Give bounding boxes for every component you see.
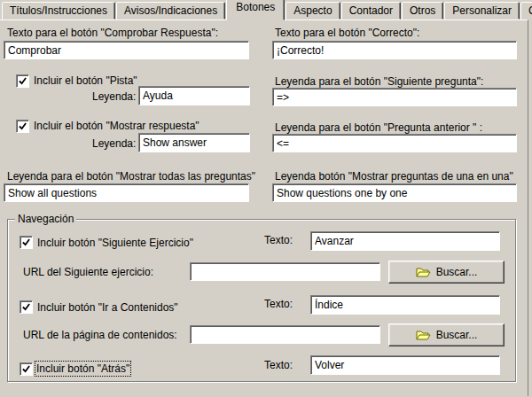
tab-aspecto[interactable]: Aspecto	[286, 2, 340, 19]
tab-otros[interactable]: Otros	[402, 2, 443, 19]
tab-botones[interactable]: Botones	[226, 0, 285, 20]
tab-bar: Títulos/Instrucciones Avisos/Indicacione…	[0, 0, 532, 19]
tab-cgi[interactable]: CGI	[520, 2, 532, 19]
tab-page-border	[0, 19, 528, 396]
tab-avisos-indicaciones[interactable]: Avisos/Indicaciones	[116, 2, 225, 19]
tab-personalizar[interactable]: Personalizar	[444, 2, 520, 19]
tab-titulos-instrucciones[interactable]: Títulos/Instrucciones	[2, 2, 115, 19]
tab-contador[interactable]: Contador	[341, 2, 401, 19]
